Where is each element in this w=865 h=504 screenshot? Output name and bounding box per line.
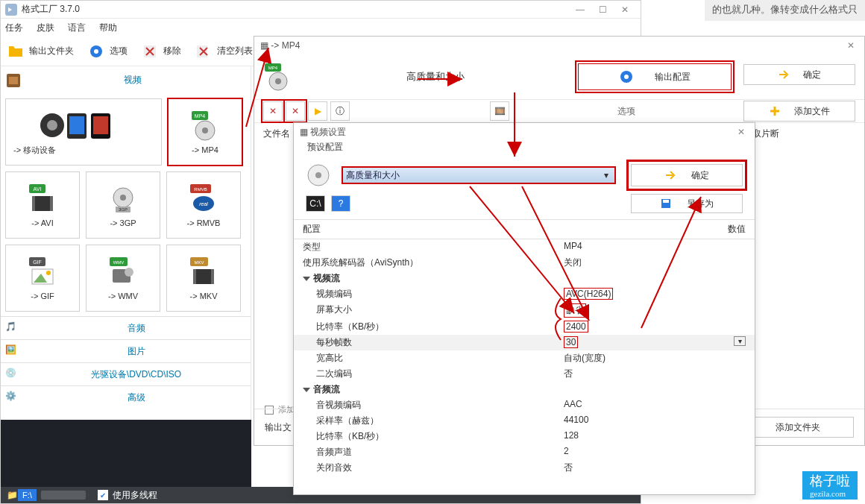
options-label: 选项: [110, 45, 128, 57]
svg-text:MP4: MP4: [195, 113, 206, 119]
output-folder-button[interactable]: 输出文件夹: [7, 42, 74, 60]
save-as-button[interactable]: 另存为: [631, 194, 743, 213]
category-advanced[interactable]: ⚙️高级: [1, 385, 251, 409]
menu-task[interactable]: 任务: [5, 22, 23, 34]
video-settings-close[interactable]: ✕: [734, 127, 749, 137]
disc-icon: 💿: [5, 368, 19, 381]
delete-item-button[interactable]: ✕: [263, 101, 283, 121]
svg-point-34: [46, 271, 51, 275]
help-button[interactable]: ?: [331, 195, 350, 212]
info-icon: ⓘ: [336, 105, 345, 118]
row-acodec-key: 音视频编码: [303, 399, 564, 412]
svg-point-8: [47, 120, 57, 130]
group-video-stream[interactable]: 视频流: [294, 271, 755, 286]
titlebar[interactable]: 格式工厂 3.7.0 — ☐ ✕: [1, 1, 641, 19]
gear-icon: [87, 42, 105, 60]
menu-help[interactable]: 帮助: [99, 22, 117, 34]
svg-point-47: [275, 78, 281, 84]
tile-gif[interactable]: GIF -> GIF: [5, 245, 80, 312]
row-aspect-key: 宽高比: [303, 352, 564, 365]
video-settings-titlebar[interactable]: ▦ 视频设置 ✕: [294, 123, 755, 141]
row-fps-val[interactable]: 30: [564, 336, 578, 348]
minimize-button[interactable]: —: [569, 2, 591, 17]
menu-language[interactable]: 语言: [68, 22, 86, 34]
info-button[interactable]: ⓘ: [330, 101, 350, 121]
tile-wmv-label: -> WMV: [108, 292, 138, 300]
cmd-button[interactable]: C:\: [306, 195, 325, 212]
mp4-dialog-titlebar[interactable]: ▦ -> MP4 ✕: [254, 37, 864, 54]
svg-rect-19: [32, 196, 53, 211]
remove-button[interactable]: 移除: [141, 42, 181, 60]
row-vbitrate-val[interactable]: 2400: [564, 321, 588, 333]
row-mute-val[interactable]: 否: [564, 462, 746, 473]
row-aspect-val[interactable]: 自动(宽度): [564, 352, 746, 365]
mp4-sub-toolbar: ✕ ✕ ▶ ⓘ 🎞️ 选项 添加文件: [254, 99, 864, 123]
play-icon: ▶: [315, 106, 321, 116]
category-audio[interactable]: 🎵音频: [1, 316, 251, 339]
watermark-text: 格子啦: [810, 474, 850, 489]
maximize-button[interactable]: ☐: [591, 2, 614, 17]
rmvb-icon: RMVBreal: [187, 183, 220, 215]
svg-rect-20: [32, 196, 35, 211]
tile-mobile[interactable]: -> 移动设备: [5, 98, 162, 166]
add-file-button[interactable]: 添加文件: [743, 101, 855, 122]
folder-icon: [7, 42, 25, 60]
tile-mp4[interactable]: MP4 -> MP4: [168, 98, 242, 166]
play-button[interactable]: ▶: [308, 101, 327, 121]
quality-label: 高质量和大小: [301, 70, 570, 84]
dark-footer-area: [1, 420, 251, 487]
tile-mkv[interactable]: MKV -> MKV: [166, 245, 241, 312]
row-twopass-val[interactable]: 否: [564, 368, 746, 380]
row-vbitrate-key: 比特率（KB/秒）: [303, 321, 564, 333]
ok-label: 确定: [803, 69, 821, 81]
clear-item-button[interactable]: ✕: [286, 101, 305, 121]
tile-gif-label: -> GIF: [31, 292, 54, 300]
svg-rect-12: [93, 116, 108, 134]
clip-tool-button[interactable]: 🎞️: [490, 101, 509, 121]
svg-point-51: [315, 172, 321, 178]
tile-rmvb[interactable]: RMVBreal -> RMVB: [166, 171, 241, 239]
group-audio-stream[interactable]: 音频流: [294, 382, 755, 397]
mkv-icon: MKV: [187, 256, 220, 289]
output-folder-label: 输出文件夹: [29, 45, 74, 57]
chevron-down-icon[interactable]: ▾: [734, 336, 746, 346]
output-config-button[interactable]: 输出配置: [578, 63, 732, 90]
multithread-checkbox[interactable]: ✔: [98, 490, 108, 500]
video-category-icon: [7, 74, 20, 87]
svg-text:MP4: MP4: [268, 66, 278, 70]
row-vcodec-val[interactable]: AVC(H264): [564, 288, 613, 300]
advanced-icon: ⚙️: [5, 391, 19, 404]
clear-list-button[interactable]: 清空列表: [195, 42, 253, 60]
preset-select[interactable]: 高质量和大小 ▾: [342, 166, 616, 184]
tile-wmv[interactable]: WMV -> WMV: [86, 245, 160, 312]
gif-icon: GIF: [26, 256, 59, 289]
row-type-val: MP4: [564, 241, 746, 253]
row-channels-val[interactable]: 2: [564, 446, 746, 459]
add-folder-button[interactable]: 添加文件夹: [742, 417, 854, 438]
threegp-icon: 3GP: [107, 183, 139, 215]
row-sample-val[interactable]: 44100: [564, 415, 746, 427]
menu-skin[interactable]: 皮肤: [37, 22, 54, 34]
video-settings-ok-button[interactable]: 确定: [631, 164, 743, 186]
menubar: 任务 皮肤 语言 帮助: [1, 19, 641, 37]
category-disc[interactable]: 💿光驱设备\DVD\CD\ISO: [1, 362, 251, 385]
options-button[interactable]: 选项: [87, 42, 128, 60]
tile-3gp-label: -> 3GP: [110, 218, 136, 227]
svg-text:GIF: GIF: [33, 259, 42, 265]
tile-mkv-label: -> MKV: [190, 292, 218, 300]
row-abitrate-val[interactable]: 128: [564, 430, 746, 443]
category-video[interactable]: 视频: [20, 69, 245, 91]
category-picture[interactable]: 🖼️图片: [1, 339, 251, 362]
tile-3gp[interactable]: 3GP -> 3GP: [86, 171, 160, 239]
ok-button[interactable]: 确定: [743, 64, 855, 85]
arrow-right-icon: [664, 169, 676, 181]
output-drive[interactable]: F:\: [18, 489, 37, 501]
video-settings-icon: ▦: [300, 127, 308, 137]
mobile-devices-icon: [39, 109, 128, 142]
close-button[interactable]: ✕: [614, 2, 636, 17]
output-folder-label: 输出文: [265, 421, 292, 434]
tile-avi[interactable]: AVI -> AVI: [5, 171, 80, 239]
mp4-dialog-close[interactable]: ✕: [843, 40, 858, 51]
row-acodec-val[interactable]: AAC: [564, 399, 746, 412]
row-size-val[interactable]: 缺省: [564, 303, 586, 318]
